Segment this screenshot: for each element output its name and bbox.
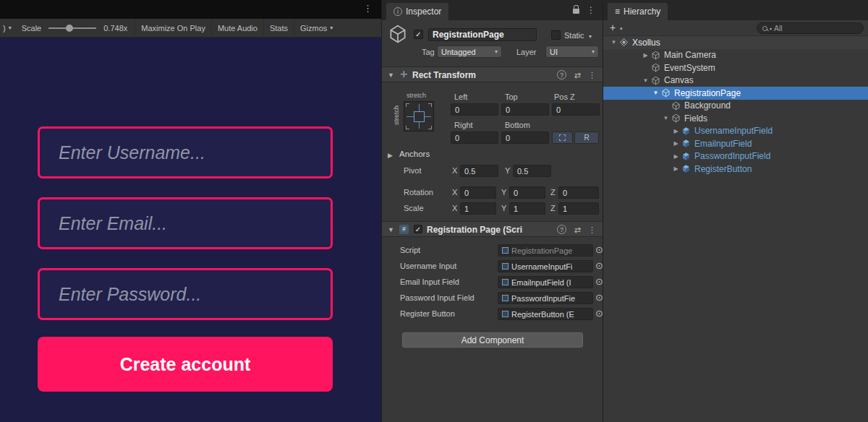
display-caret-icon[interactable]: ▾ <box>9 25 12 31</box>
object-icon <box>502 263 509 270</box>
script-property-label: Email Input Field <box>400 277 459 286</box>
anchors-foldout-icon[interactable]: ▶ <box>388 152 393 159</box>
username-input[interactable]: Enter Username... <box>38 126 333 178</box>
tree-row-main-camera[interactable]: ▶ Main Camera <box>603 49 868 62</box>
tree-row-passwordinputfield[interactable]: ▶ PasswordInputField <box>603 150 868 163</box>
raw-edit-mode-button[interactable]: R <box>574 132 599 144</box>
script-component-header[interactable]: ▼ # ✓ Registration Page (Scri ? ⇄ ⋮ <box>382 221 603 237</box>
inspector-kebab-icon[interactable]: ⋮ <box>587 5 595 15</box>
tree-row-scene[interactable]: ▼ Xsollus <box>603 36 868 49</box>
foldout-icon[interactable]: ▶ <box>641 52 650 59</box>
help-icon[interactable]: ? <box>557 70 566 79</box>
scene-icon <box>618 38 629 48</box>
object-value: EmailnputField (I <box>511 278 571 287</box>
layer-caret-icon: ▾ <box>592 48 595 55</box>
foldout-icon[interactable]: ▼ <box>641 77 650 84</box>
left-field[interactable]: 0 <box>451 103 498 116</box>
scale-x-label: X <box>452 204 457 212</box>
foldout-icon[interactable]: ▶ <box>671 153 681 160</box>
presets-icon[interactable]: ⇄ <box>574 225 581 235</box>
tree-row-registrationpage[interactable]: ▼ RegistrationPage <box>603 87 868 100</box>
search-scope-text: All <box>774 24 783 33</box>
component-kebab-icon[interactable]: ⋮ <box>588 225 596 235</box>
game-menu-kebab-icon[interactable]: ⋮ <box>363 3 373 14</box>
tree-row-background[interactable]: Background <box>603 100 868 113</box>
top-field[interactable]: 0 <box>501 103 549 116</box>
foldout-icon[interactable]: ▶ <box>671 165 681 172</box>
tree-row-emailinputfield[interactable]: ▶ EmailnputField <box>603 137 868 150</box>
pivot-y-field[interactable]: 0.5 <box>513 165 551 177</box>
foldout-icon[interactable]: ▶ <box>671 128 681 134</box>
scale-label: Scale <box>22 24 42 33</box>
password-input[interactable]: Enter Password... <box>38 268 333 320</box>
object-value: UsernameInputFi <box>511 262 572 271</box>
tree-row-label: UsernameInputField <box>694 126 773 136</box>
gameobject-name-field[interactable]: RegistrationPage <box>428 28 537 41</box>
script-enabled-checkbox[interactable]: ✓ <box>414 225 422 233</box>
layer-dropdown[interactable]: UI ▾ <box>545 46 599 58</box>
script-foldout-icon[interactable]: ▼ <box>388 226 394 233</box>
mute-audio-button[interactable]: Mute Audio <box>211 19 263 38</box>
component-kebab-icon[interactable]: ⋮ <box>588 71 596 80</box>
tab-hierarchy[interactable]: ≡ Hierarchy <box>608 3 668 20</box>
bottom-field[interactable]: 0 <box>501 132 549 144</box>
username-input-object-field[interactable]: UsernameInputFi <box>498 260 593 272</box>
rotation-y-field[interactable]: 0 <box>509 186 545 199</box>
pivot-x-field[interactable]: 0.5 <box>460 165 498 177</box>
foldout-icon[interactable]: ▼ <box>609 39 618 46</box>
anchors-label[interactable]: Anchors <box>399 150 430 158</box>
email-input-object-field[interactable]: EmailnputField (I <box>498 276 593 288</box>
stats-button[interactable]: Stats <box>263 19 294 38</box>
tree-row-fields[interactable]: ▼ Fields <box>603 112 868 125</box>
tree-row-canvas[interactable]: ▼ Canvas <box>603 74 868 87</box>
scale-y-field[interactable]: 1 <box>509 202 545 215</box>
posz-field[interactable]: 0 <box>552 103 600 116</box>
tree-row-label: Main Camera <box>664 50 716 60</box>
rotation-x-field[interactable]: 0 <box>460 186 496 199</box>
scale-z-field[interactable]: 1 <box>558 202 599 215</box>
register-button-object-field[interactable]: RegisterButton (E <box>498 308 593 320</box>
scale-x-field[interactable]: 1 <box>460 202 496 215</box>
scale-slider[interactable] <box>48 27 96 29</box>
gameobject-active-checkbox[interactable]: ✓ <box>414 30 423 39</box>
tag-dropdown[interactable]: Untagged ▾ <box>437 46 502 58</box>
rect-transform-header[interactable]: ▼ ✛ Rect Transform ? ⇄ ⋮ <box>382 66 603 82</box>
add-component-button[interactable]: Add Component <box>402 332 583 348</box>
password-input-object-field[interactable]: PasswordInputFie <box>498 292 593 304</box>
tree-row-eventsystem[interactable]: EventSystem <box>603 61 868 74</box>
maximize-on-play-button[interactable]: Maximize On Play <box>135 19 211 38</box>
search-filter-caret-icon[interactable]: ▾ <box>770 26 772 31</box>
tree-row-usernameinputfield[interactable]: ▶ UsernameInputField <box>603 125 868 138</box>
inspector-tabbar: Inspector ⋮ <box>382 0 603 20</box>
create-object-button[interactable]: + <box>610 22 616 33</box>
scale-slider-knob[interactable] <box>66 25 73 32</box>
right-field[interactable]: 0 <box>451 132 498 144</box>
script-object-field[interactable]: RegistrationPage <box>498 244 593 257</box>
tree-row-registerbutton[interactable]: ▶ RegisterButton <box>603 163 868 176</box>
hierarchy-search-input[interactable]: ▾ All <box>757 22 864 34</box>
prefab-cube-icon <box>681 164 691 174</box>
gizmos-dropdown[interactable]: Gizmos ▾ <box>294 19 343 38</box>
scale-y-label: Y <box>501 204 506 212</box>
anchor-preset-widget[interactable] <box>404 101 434 132</box>
game-top-strip: ⋮ <box>0 0 381 19</box>
hierarchy-panel: ≡ Hierarchy + ▾ ▾ All ▼ Xsollus ▶ <box>603 0 868 422</box>
help-icon[interactable]: ? <box>557 225 566 234</box>
display-dropdown[interactable]: ) <box>3 24 6 33</box>
gameobject-icon <box>671 100 681 111</box>
lock-icon[interactable] <box>573 9 579 14</box>
static-checkbox[interactable] <box>551 30 561 40</box>
foldout-icon[interactable]: ▶ <box>671 140 681 147</box>
create-account-button[interactable]: Create account <box>38 337 333 392</box>
foldout-icon[interactable]: ▼ <box>661 115 671 121</box>
create-object-caret-icon[interactable]: ▾ <box>620 26 623 32</box>
tab-inspector[interactable]: Inspector <box>386 3 448 20</box>
static-caret-icon[interactable]: ▾ <box>589 33 592 40</box>
email-input[interactable]: Enter Email... <box>38 197 333 249</box>
rotation-z-field[interactable]: 0 <box>558 186 599 199</box>
rect-transform-foldout-icon[interactable]: ▼ <box>388 72 394 79</box>
foldout-icon[interactable]: ▼ <box>651 90 660 96</box>
script-asset-icon <box>502 247 509 254</box>
blueprint-mode-button[interactable] <box>552 132 573 144</box>
presets-icon[interactable]: ⇄ <box>574 71 581 80</box>
